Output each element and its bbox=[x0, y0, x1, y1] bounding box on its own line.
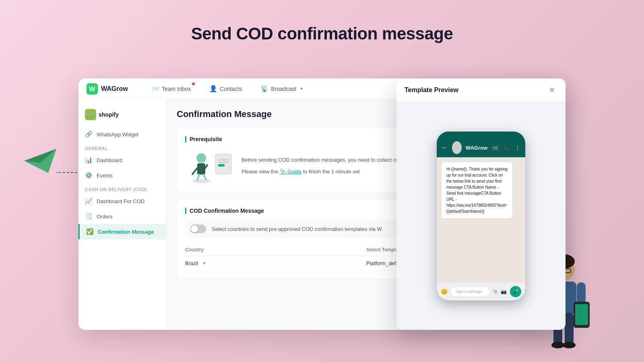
sidebar-events-label: Events bbox=[97, 173, 113, 179]
toggle-label: Select countries to send pre-approved CO… bbox=[212, 226, 382, 232]
sidebar-item-confirmation-message[interactable]: ✅ Confirmation Message bbox=[78, 224, 167, 239]
phone-attach-icon: 📎 bbox=[492, 289, 498, 294]
sidebar-item-events[interactable]: ⚙️ Events bbox=[78, 168, 167, 183]
sidebar-item-whatsapp-widget[interactable]: 🔗 WhatsApp Widget bbox=[78, 127, 167, 142]
dashed-line-decoration bbox=[56, 161, 80, 173]
sidebar-cod-section: Cash On Delivery (COD) bbox=[78, 183, 167, 193]
prereq-text-2b: to finish the 1 minute set bbox=[303, 169, 360, 175]
contacts-label: Contacts bbox=[220, 86, 242, 92]
template-preview-panel: Template Preview ✕ ← WAGrow 📹 📞 ⋮ bbox=[396, 78, 566, 330]
events-icon: ⚙️ bbox=[85, 172, 93, 179]
svg-rect-11 bbox=[218, 159, 229, 160]
inbox-notification-dot bbox=[192, 82, 195, 85]
country-select[interactable]: Brazil ▼ bbox=[185, 260, 366, 266]
contacts-nav[interactable]: 👤 Contacts bbox=[206, 83, 245, 94]
phone-emoji-icon: 😊 bbox=[441, 288, 448, 295]
country-dropdown-icon: ▼ bbox=[202, 261, 206, 265]
team-inbox-nav[interactable]: 📨 Team Inbox bbox=[148, 83, 194, 94]
page-title: Send COD confirmation message bbox=[0, 0, 644, 43]
phone-menu-icon: ⋮ bbox=[515, 144, 520, 151]
svg-point-28 bbox=[563, 342, 576, 348]
svg-rect-5 bbox=[197, 163, 205, 175]
broadcast-chevron-icon: ▼ bbox=[299, 86, 303, 91]
broadcast-icon: 📡 bbox=[260, 85, 268, 93]
sidebar-item-dashboard[interactable]: 📊 Dashboard bbox=[78, 152, 167, 168]
phone-send-button[interactable]: 🎤 bbox=[510, 286, 521, 297]
phone-video-icon: 📹 bbox=[491, 144, 498, 151]
phone-avatar bbox=[452, 141, 462, 154]
paper-plane-icon bbox=[24, 149, 56, 173]
sidebar-confirmation-label: Confirmation Message bbox=[98, 229, 154, 235]
sidebar-orders-label: Orders bbox=[97, 214, 113, 220]
logo-text: WAGrow bbox=[101, 85, 128, 93]
phone-contact-name: WAGrow bbox=[466, 145, 487, 151]
prereq-text-2a: Please view the bbox=[242, 169, 278, 175]
phone-call-icon: 📞 bbox=[503, 144, 510, 151]
phone-notch-area bbox=[443, 135, 463, 136]
orders-icon: 🗒️ bbox=[85, 213, 93, 220]
preview-title: Template Preview bbox=[405, 86, 458, 94]
prerequisite-guide-link[interactable]: 📎 Guide bbox=[280, 169, 301, 175]
chat-bubble: Hi {{name}}. Thank you for signing up fo… bbox=[442, 162, 512, 218]
team-inbox-label: Team Inbox bbox=[162, 86, 191, 92]
svg-text:W: W bbox=[89, 86, 95, 93]
shopify-label: shopify bbox=[99, 111, 119, 118]
svg-line-6 bbox=[192, 168, 197, 174]
svg-point-14 bbox=[192, 179, 210, 183]
svg-rect-12 bbox=[218, 162, 229, 163]
svg-rect-22 bbox=[577, 282, 586, 304]
inbox-icon: 📨 bbox=[151, 85, 159, 93]
phone-mic-icon: 🎤 bbox=[513, 289, 519, 294]
svg-line-9 bbox=[203, 175, 206, 179]
toggle-knob bbox=[191, 225, 198, 232]
phone-message-input[interactable]: Type a message bbox=[451, 287, 489, 296]
preview-body: ← WAGrow 📹 📞 ⋮ Hi {{name}}. Thank you fo… bbox=[396, 102, 566, 330]
phone-camera-icon: 📷 bbox=[501, 289, 507, 294]
sidebar-whatsapp-widget-label: WhatsApp Widget bbox=[97, 132, 138, 138]
sidebar-item-orders[interactable]: 🗒️ Orders bbox=[78, 209, 167, 224]
sidebar-general-section: General bbox=[78, 142, 167, 152]
cod-title-text: COD Confirmation Message bbox=[190, 208, 264, 214]
phone-chat-area: Hi {{name}}. Thank you for signing up fo… bbox=[437, 157, 525, 283]
svg-line-7 bbox=[205, 165, 207, 168]
phone-input-bar: 😊 Type a message 📎 📷 🎤 bbox=[437, 283, 525, 300]
phone-back-icon: ← bbox=[442, 144, 448, 151]
preview-header: Template Preview ✕ bbox=[396, 78, 566, 102]
country-toggle[interactable] bbox=[190, 224, 206, 233]
sidebar-brand: 🛒 shopify bbox=[78, 106, 167, 127]
svg-point-4 bbox=[196, 153, 206, 163]
broadcast-nav[interactable]: 📡 Broadcast ▼ bbox=[257, 83, 307, 94]
phone-attach-icons: 📎 📷 bbox=[492, 289, 507, 294]
phone-header: ← WAGrow 📹 📞 ⋮ bbox=[437, 138, 525, 157]
shopify-logo: 🛒 shopify bbox=[85, 109, 119, 120]
preview-close-button[interactable]: ✕ bbox=[547, 85, 557, 95]
svg-rect-26 bbox=[565, 313, 574, 345]
sidebar: 🛒 shopify 🔗 WhatsApp Widget General 📊 Da… bbox=[78, 99, 167, 330]
prerequisite-illustration bbox=[185, 148, 233, 184]
whatsapp-widget-icon: 🔗 bbox=[85, 131, 93, 138]
broadcast-label: Broadcast bbox=[271, 86, 296, 92]
dashboard-cod-icon: 📈 bbox=[85, 197, 93, 205]
shopify-icon: 🛒 bbox=[85, 109, 96, 120]
wagrow-logo-icon: W bbox=[87, 83, 98, 95]
svg-rect-13 bbox=[218, 164, 225, 167]
svg-point-27 bbox=[551, 342, 564, 348]
team-inbox-nav-wrap: 📨 Team Inbox bbox=[148, 83, 194, 94]
svg-rect-24 bbox=[575, 304, 588, 325]
dashboard-icon: 📊 bbox=[85, 156, 93, 164]
brazil-country: Brazil bbox=[185, 260, 198, 266]
sidebar-dashboard-cod-label: Dashboard For COD bbox=[97, 198, 144, 204]
contacts-icon: 👤 bbox=[209, 85, 217, 93]
phone-status-bar bbox=[437, 132, 525, 138]
chat-message-text: Hi {{name}}. Thank you for signing up fo… bbox=[446, 167, 508, 214]
logo-area: W WAGrow bbox=[87, 83, 128, 95]
prerequisite-title-text: Prerequisite bbox=[190, 136, 222, 142]
sidebar-dashboard-label: Dashboard bbox=[97, 157, 122, 163]
phone-input-placeholder: Type a message bbox=[456, 290, 482, 294]
col-country: Country bbox=[185, 247, 366, 253]
phone-mockup: ← WAGrow 📹 📞 ⋮ Hi {{name}}. Thank you fo… bbox=[437, 132, 525, 300]
sidebar-item-dashboard-cod[interactable]: 📈 Dashboard For COD bbox=[78, 193, 167, 209]
confirmation-icon: ✅ bbox=[86, 228, 94, 235]
phone-actions: 📹 📞 ⋮ bbox=[491, 144, 520, 151]
